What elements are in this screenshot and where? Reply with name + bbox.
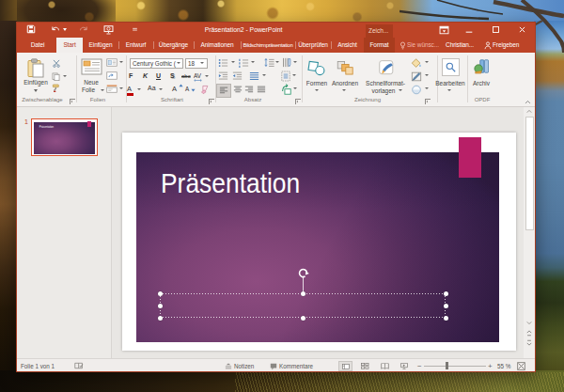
- shrink-font-button[interactable]: A: [185, 86, 189, 92]
- tab-entwurf[interactable]: Entwurf: [118, 38, 153, 53]
- drawing-dialog-launcher[interactable]: [425, 99, 431, 104]
- shape-fill-icon[interactable]: [411, 58, 422, 69]
- copy-icon[interactable]: [52, 72, 60, 81]
- bold-button[interactable]: F: [129, 72, 133, 79]
- handle-bottom-right[interactable]: [444, 316, 448, 321]
- tellme-lightbulb-icon[interactable]: [400, 41, 406, 50]
- dropdown-caret[interactable]: [101, 89, 104, 91]
- start-slideshow-icon[interactable]: [103, 24, 114, 35]
- clipboard-dialog-launcher[interactable]: [70, 99, 75, 104]
- shapes-label[interactable]: Formen: [304, 80, 330, 86]
- dropdown-caret[interactable]: [119, 61, 123, 63]
- smartart-caret[interactable]: [293, 87, 297, 89]
- editing-button-box[interactable]: [442, 58, 460, 76]
- new-slide-label-line2[interactable]: Folie: [75, 86, 102, 93]
- handle-top-right[interactable]: [444, 291, 448, 296]
- comments-button[interactable]: Kommentare: [279, 363, 313, 369]
- character-spacing-button[interactable]: AV: [194, 72, 201, 79]
- slide-thumbnail[interactable]: Präsentation: [31, 118, 98, 156]
- handle-mid-right[interactable]: [444, 304, 448, 308]
- strikethrough-button[interactable]: abc: [181, 73, 191, 79]
- slide-title-text[interactable]: Präsentation: [161, 167, 300, 199]
- underline-button[interactable]: U: [156, 72, 161, 79]
- increase-indent-icon[interactable]: [232, 71, 243, 81]
- dropdown-caret[interactable]: [399, 89, 402, 91]
- change-case-caret[interactable]: [159, 88, 163, 90]
- align-text-icon[interactable]: [249, 71, 259, 81]
- tab-ueberpruefen[interactable]: Überprüfen: [295, 38, 331, 53]
- dropdown-caret[interactable]: [63, 75, 67, 77]
- zoom-out-button[interactable]: −: [417, 362, 422, 370]
- dropdown-caret[interactable]: [342, 89, 346, 91]
- scroll-up-arrow[interactable]: [526, 109, 532, 114]
- next-slide-button[interactable]: [526, 339, 532, 346]
- tab-einfuegen[interactable]: Einfügen: [83, 38, 118, 53]
- slide-counter[interactable]: Folie 1 von 1: [21, 363, 55, 369]
- line-spacing-icon[interactable]: [264, 57, 274, 68]
- numbering-caret[interactable]: [251, 61, 255, 63]
- handle-top-mid[interactable]: [301, 291, 306, 296]
- shape-outline-caret[interactable]: [425, 74, 429, 76]
- align-text-caret[interactable]: [262, 74, 266, 76]
- zoom-slider-track[interactable]: [424, 366, 486, 367]
- collapse-ribbon-icon[interactable]: [525, 100, 531, 104]
- change-case-button[interactable]: Aa: [148, 85, 156, 91]
- font-color-button[interactable]: A: [127, 85, 132, 93]
- undo-dropdown-caret[interactable]: [63, 28, 67, 31]
- close-button[interactable]: [518, 25, 526, 34]
- save-icon[interactable]: [26, 24, 36, 34]
- tab-format[interactable]: Format: [364, 38, 395, 53]
- scroll-thumb[interactable]: [525, 117, 534, 230]
- minimize-button[interactable]: [464, 26, 474, 35]
- archive-icon[interactable]: [474, 58, 489, 74]
- account-name[interactable]: Christian...: [442, 38, 478, 53]
- shape-effects-icon[interactable]: [411, 85, 422, 95]
- shapes-icon[interactable]: [307, 60, 326, 76]
- arrange-label[interactable]: Anordnen: [330, 80, 360, 86]
- view-sorter-button[interactable]: [358, 361, 372, 371]
- paragraph-dialog-launcher[interactable]: [295, 99, 301, 104]
- vertical-align-icon[interactable]: [281, 71, 290, 82]
- handle-bottom-left[interactable]: [158, 316, 163, 321]
- contextual-tools-chip[interactable]: Zeich...: [366, 24, 393, 38]
- scroll-down-arrow[interactable]: [526, 321, 532, 325]
- font-size-combo[interactable]: 18: [185, 58, 208, 69]
- columns-icon[interactable]: [282, 57, 291, 68]
- customize-qat-icon[interactable]: [132, 26, 138, 33]
- tab-uebergaenge[interactable]: Übergänge: [153, 38, 194, 53]
- dropdown-caret[interactable]: [34, 89, 38, 92]
- shape-effects-caret[interactable]: [425, 87, 429, 89]
- quick-styles-label-line1[interactable]: Schnellformat-: [365, 80, 406, 86]
- notes-button[interactable]: Notizen: [234, 363, 254, 369]
- quick-styles-icon[interactable]: [378, 59, 397, 77]
- slide-canvas[interactable]: Präsentation: [122, 133, 516, 351]
- previous-slide-button[interactable]: [526, 330, 532, 337]
- columns-caret[interactable]: [293, 61, 297, 63]
- vertical-scrollbar[interactable]: [524, 107, 535, 358]
- tab-bildschirmpraesentation[interactable]: Bildschirmpräsentation: [241, 38, 295, 53]
- spacing-caret[interactable]: [205, 75, 209, 77]
- view-slideshow-button[interactable]: [398, 361, 412, 371]
- justify-button[interactable]: [257, 86, 266, 94]
- handle-mid-left[interactable]: [158, 304, 163, 308]
- zoom-slider-thumb[interactable]: [446, 362, 448, 369]
- font-dialog-launcher[interactable]: [209, 99, 214, 104]
- dropdown-caret[interactable]: [447, 89, 451, 91]
- paste-label[interactable]: Einfügen: [23, 79, 49, 86]
- zoom-level[interactable]: 55 %: [497, 363, 510, 369]
- grow-font-button[interactable]: A: [172, 85, 177, 93]
- font-name-caret[interactable]: [177, 62, 180, 64]
- format-painter-icon[interactable]: [52, 84, 61, 93]
- handle-top-left[interactable]: [158, 291, 163, 296]
- view-reading-button[interactable]: [378, 361, 392, 371]
- redo-icon[interactable]: [79, 24, 88, 34]
- align-right-button[interactable]: [244, 86, 254, 94]
- paste-icon[interactable]: [26, 58, 45, 78]
- decrease-indent-icon[interactable]: [218, 71, 228, 81]
- numbering-icon[interactable]: [239, 58, 249, 68]
- tab-start[interactable]: Start: [56, 38, 83, 53]
- tab-ansicht[interactable]: Ansicht: [331, 38, 364, 53]
- ribbon-display-options-icon[interactable]: [439, 25, 449, 35]
- editing-label[interactable]: Bearbeiten: [434, 80, 466, 86]
- font-color-caret[interactable]: [137, 88, 141, 90]
